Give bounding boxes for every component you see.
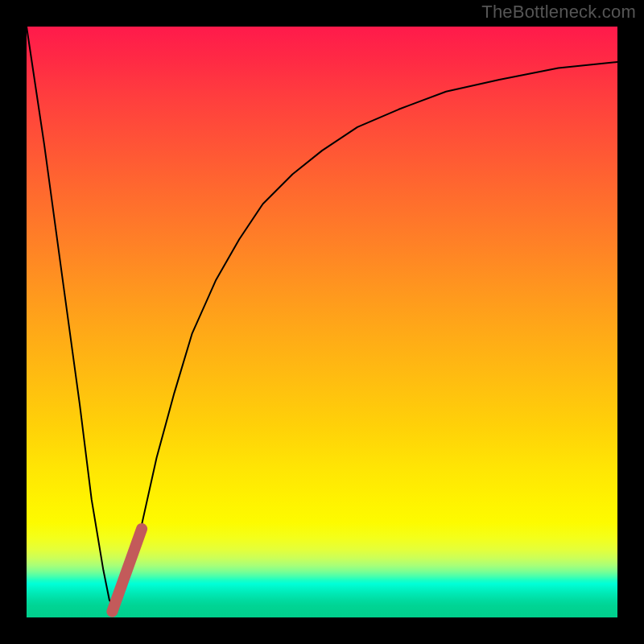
chart-frame: TheBottleneck.com xyxy=(0,0,644,644)
user-position-indicator xyxy=(112,529,142,612)
watermark-text: TheBottleneck.com xyxy=(481,2,636,23)
bottleneck-curve xyxy=(27,27,617,612)
plot-area xyxy=(27,27,617,617)
chart-svg xyxy=(27,27,617,617)
